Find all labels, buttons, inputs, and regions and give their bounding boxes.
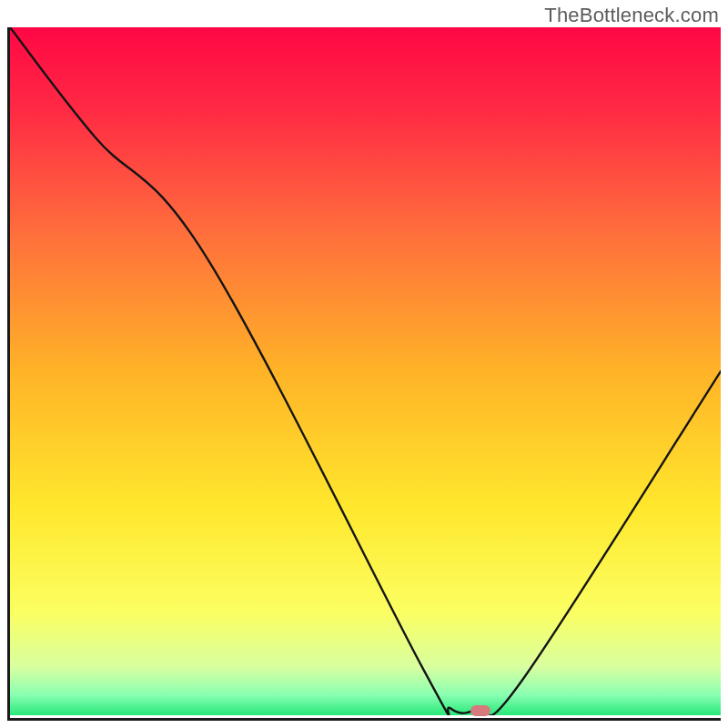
bottleneck-chart: TheBottleneck.com (0, 0, 728, 728)
watermark-text: TheBottleneck.com (544, 4, 719, 27)
optimal-point-marker (470, 705, 490, 716)
plot-area (7, 27, 721, 721)
bottleneck-curve (10, 27, 721, 715)
